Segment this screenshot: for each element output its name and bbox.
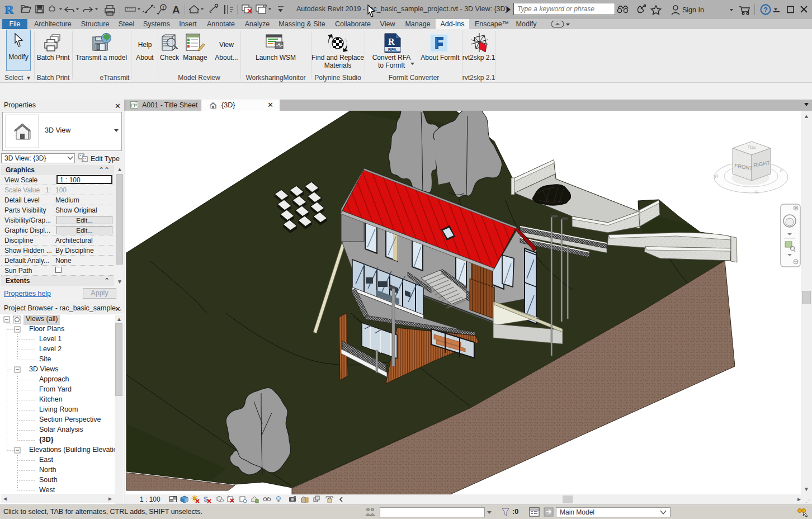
svg-text:Sign In: Sign In — [682, 6, 704, 14]
svg-text:A: A — [172, 4, 180, 16]
svg-text:S: S — [204, 496, 208, 503]
svg-text:?: ? — [763, 6, 768, 14]
svg-text:1: 1 — [162, 5, 165, 11]
svg-text:R: R — [388, 37, 395, 46]
svg-text:S: S — [754, 189, 758, 195]
svg-text:RFA: RFA — [388, 47, 397, 52]
svg-text:R: R — [6, 2, 15, 16]
